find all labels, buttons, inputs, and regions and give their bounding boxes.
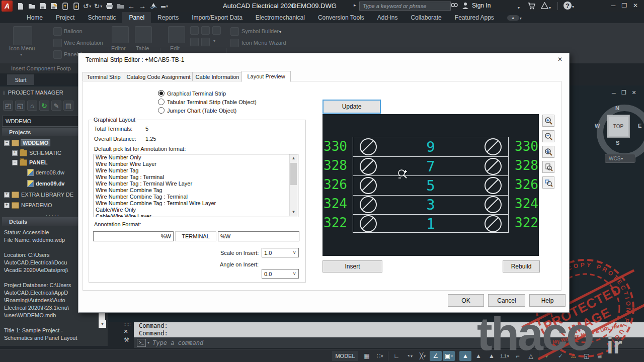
edit-footprint-icon[interactable]: [168, 26, 185, 43]
save-icon[interactable]: [38, 1, 48, 11]
command-tools-icon[interactable]: ⚒: [124, 336, 133, 343]
list-item[interactable]: Wire Number Tag : Terminal: [94, 174, 298, 180]
icon-menu-caret-icon[interactable]: ▾: [20, 52, 22, 57]
ribbon-collapse-icon[interactable]: ▲: [501, 12, 528, 23]
pan-button[interactable]: [542, 146, 554, 158]
tab-conversion-tools[interactable]: Conversion Tools: [311, 12, 371, 23]
picklist-scrollbar[interactable]: ▲ ▼: [289, 154, 298, 216]
open-from-web-icon[interactable]: [115, 1, 125, 11]
zoom-window-button[interactable]: [542, 176, 554, 189]
object-snap-icon[interactable]: ▣: [443, 351, 455, 361]
dialog-close-icon[interactable]: ✕: [554, 55, 566, 64]
viewcube-west[interactable]: W: [595, 123, 600, 129]
angle-on-insert-combo[interactable]: 0.0: [262, 269, 299, 279]
panel-assembly-icon[interactable]: [53, 50, 62, 59]
forward-arrow-icon[interactable]: →: [137, 1, 147, 11]
annotation-right-field[interactable]: %W: [218, 231, 299, 241]
list-item[interactable]: Wire Number Tag: [94, 167, 298, 174]
tab-electromechanical[interactable]: Electromechanical: [249, 12, 311, 23]
qat-customize-icon[interactable]: ▬: [159, 1, 170, 11]
terminal-table-icon[interactable]: [135, 26, 152, 43]
collapse-icon[interactable]: −: [12, 160, 18, 165]
edit-tool-5-icon[interactable]: [201, 38, 210, 46]
tab-cable-information[interactable]: Cable Information: [192, 72, 243, 81]
cancel-button[interactable]: Cancel: [488, 294, 525, 307]
tab-featured-apps[interactable]: Featured Apps: [448, 12, 501, 23]
open-project-icon[interactable]: ◰: [3, 101, 13, 111]
sign-in-button[interactable]: Sign In: [472, 2, 491, 9]
app-store-cart-icon[interactable]: [527, 2, 535, 11]
restore-button[interactable]: ❒: [619, 1, 630, 10]
tab-terminal-strip[interactable]: Terminal Strip: [83, 72, 125, 81]
zoom-out-button[interactable]: [542, 130, 554, 142]
drawing-minimize-icon[interactable]: ─: [609, 90, 619, 96]
update-project-icon[interactable]: ▤: [63, 101, 73, 111]
help-icon[interactable]: ?: [564, 2, 574, 10]
command-prompt-icon[interactable]: >_: [137, 339, 146, 347]
rebuild-button[interactable]: Rebuild: [503, 260, 540, 273]
viewcube-east[interactable]: E: [638, 123, 641, 129]
isodraft-icon[interactable]: ╳: [417, 351, 429, 361]
edit-button[interactable]: Edit: [170, 45, 180, 51]
search-collapse-icon[interactable]: ▸: [354, 3, 356, 8]
tab-project[interactable]: Project: [49, 12, 81, 23]
scroll-down-icon[interactable]: ▼: [99, 320, 106, 328]
annotation-left-field[interactable]: %W: [93, 231, 174, 241]
polar-tracking-icon[interactable]: ◔: [404, 351, 416, 361]
redo-icon[interactable]: ↻: [93, 1, 103, 11]
list-item[interactable]: Wire Number Combine Tag : Terminal Wire …: [94, 200, 298, 207]
icon-menu-wizard-button[interactable]: Icon Menu Wizard: [242, 40, 286, 46]
expand-icon[interactable]: +: [12, 150, 18, 156]
terminal-strip-preview[interactable]: 330 328 326 324 322 9 7: [323, 114, 539, 256]
ok-button[interactable]: OK: [448, 294, 484, 307]
scale-on-insert-combo[interactable]: 1.0: [262, 248, 299, 257]
radio-graphical-terminal-strip[interactable]: Graphical Terminal Strip: [158, 90, 226, 97]
command-close-icon[interactable]: ×: [124, 327, 133, 335]
upload-to-mobile-icon[interactable]: [60, 1, 70, 11]
snap-icon[interactable]: ∷: [374, 351, 386, 361]
tab-collaborate[interactable]: Collaborate: [404, 12, 448, 23]
viewcube-south[interactable]: S: [616, 140, 619, 146]
autocad-logo[interactable]: A: [2, 1, 13, 12]
list-item[interactable]: Cable/Wire Wire Layer: [94, 213, 298, 217]
balloon-button[interactable]: Balloon: [64, 28, 83, 34]
undo-icon[interactable]: ↺: [82, 1, 92, 11]
selection-arrow-icon[interactable]: ▲: [459, 351, 471, 361]
zoom-extents-button[interactable]: [542, 161, 554, 173]
autodesk-account-icon[interactable]: [541, 2, 551, 11]
tab-import-export[interactable]: Import/Export Data: [185, 12, 249, 23]
list-item[interactable]: Wire Number Tag : Terminal Wire Layer: [94, 180, 298, 187]
edit-tool-3-icon[interactable]: [212, 26, 221, 35]
update-button[interactable]: Update: [323, 100, 381, 114]
radio-jumper-chart[interactable]: Jumper Chart (Table Object): [158, 107, 236, 114]
download-from-mobile-icon[interactable]: [71, 1, 81, 11]
minimize-button[interactable]: ─: [608, 1, 619, 10]
wire-annotation-button[interactable]: Wire Annotation: [64, 40, 103, 46]
symbol-builder-button[interactable]: Symbol Builder: [242, 28, 281, 34]
plot-icon[interactable]: [148, 1, 158, 11]
search-icon[interactable]: [450, 2, 458, 12]
print-icon[interactable]: [104, 1, 114, 11]
icon-menu-wizard-icon[interactable]: [230, 39, 239, 47]
grid-icon[interactable]: ▦: [361, 351, 373, 361]
edit-tool-caret-icon[interactable]: ▾: [213, 39, 215, 43]
new-file-icon[interactable]: [16, 1, 26, 11]
viewcube-top-face[interactable]: TOP: [607, 115, 630, 138]
expand-icon[interactable]: +: [4, 203, 10, 208]
tab-start[interactable]: Start: [7, 74, 34, 85]
collapse-icon[interactable]: −: [4, 140, 10, 146]
radio-tabular-terminal-strip[interactable]: Tabular Terminal Strip (Table Object): [158, 99, 257, 105]
symbol-builder-icon[interactable]: [230, 27, 239, 36]
back-arrow-icon[interactable]: ←: [126, 1, 136, 11]
search-input[interactable]: Type a keyword or phrase: [359, 2, 451, 11]
scroll-up-icon[interactable]: ▲: [290, 154, 297, 162]
sign-in-menu-icon[interactable]: [517, 3, 520, 11]
tab-catalog-code-assignment[interactable]: Catalog Code Assignment: [124, 72, 193, 81]
scroll-down-icon[interactable]: ▼: [290, 208, 297, 216]
list-item[interactable]: Wire Number Combine Tag: [94, 187, 298, 194]
editor-button[interactable]: Editor: [111, 45, 126, 51]
edit-project-icon[interactable]: ✎: [51, 101, 61, 111]
new-project-icon[interactable]: ◱: [15, 101, 25, 111]
icon-menu-icon[interactable]: [13, 26, 32, 45]
refresh-project-icon[interactable]: ↻: [39, 101, 49, 111]
